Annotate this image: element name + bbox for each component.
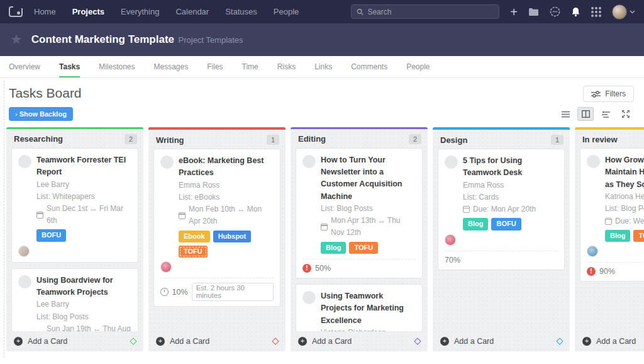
nav-item-projects[interactable]: Projects: [72, 7, 104, 16]
board-column-writing: Writing1eBook: Marketing Best PracticesE…: [148, 127, 286, 351]
add-card-button[interactable]: +Add a Card: [433, 331, 570, 351]
search-box[interactable]: [351, 4, 499, 19]
card-assignee: Katriona Heaslip: [605, 191, 644, 203]
filters-icon: [591, 91, 601, 98]
task-card[interactable]: 5 Tips for Using Teamwork DeskEmma RossL…: [438, 149, 565, 270]
card-assignee: Emma Ross: [179, 179, 274, 191]
tag-tofu[interactable]: TOFU: [179, 246, 208, 258]
board-column-in-review: In reviewHow Growing Agencies Maintain H…: [575, 127, 644, 351]
trigger-diamond-icon[interactable]: [130, 338, 136, 344]
task-card[interactable]: Using Teamwork Projects for Marketing Ex…: [296, 284, 423, 331]
board-view-button[interactable]: [577, 107, 594, 121]
tab-files[interactable]: Files: [207, 56, 223, 77]
star-icon[interactable]: ★: [10, 33, 23, 47]
column-header: Writing1: [148, 130, 286, 149]
quick-add-icon[interactable]: +: [510, 6, 518, 18]
tag-bofu[interactable]: BOFU: [36, 229, 66, 241]
card-date-text: Mon Apr 13th ↔ Thu Nov 12th: [331, 215, 416, 239]
column-cards: eBook: Marketing Best PracticesEmma Ross…: [148, 149, 286, 331]
card-status-circle[interactable]: [18, 155, 31, 168]
trigger-diamond-icon[interactable]: [272, 338, 279, 344]
task-card[interactable]: eBook: Marketing Best PracticesEmma Ross…: [153, 149, 280, 307]
card-title: 5 Tips for Using Teamwork Desk: [463, 155, 558, 179]
filters-button[interactable]: Filters: [583, 86, 634, 102]
column-cards: Teamwork Forrester TEI ReportLee BarryLi…: [6, 148, 143, 331]
tag-tofu[interactable]: TOFU: [633, 230, 644, 242]
card-status-circle[interactable]: [303, 291, 316, 304]
nav-item-people[interactable]: People: [274, 7, 299, 16]
tag-tofu[interactable]: TOFU: [349, 242, 378, 254]
plus-circle-icon: +: [14, 337, 23, 346]
add-card-button[interactable]: +Add a Card: [6, 331, 143, 351]
card-list: List: Whitepapers: [36, 191, 131, 203]
nav-item-home[interactable]: Home: [34, 7, 56, 16]
notifications-bell-icon[interactable]: [571, 7, 580, 17]
card-date-text: Sun Dec 1st ↔ Fri Mar 6th: [47, 203, 131, 227]
card-status-circle[interactable]: [160, 156, 174, 169]
add-card-label: Add a Card: [596, 337, 636, 346]
trigger-diamond-icon[interactable]: [414, 338, 421, 344]
task-card[interactable]: Teamwork Forrester TEI ReportLee BarryLi…: [11, 148, 138, 263]
card-top-row: 5 Tips for Using Teamwork Desk: [445, 155, 558, 179]
nav-item-everything[interactable]: Everything: [121, 7, 159, 16]
card-status-circle[interactable]: [587, 155, 600, 168]
tab-risks[interactable]: Risks: [277, 56, 296, 77]
tasks-board: Researching2Teamwork Forrester TEI Repor…: [0, 125, 644, 355]
nav-item-calendar[interactable]: Calendar: [175, 7, 209, 16]
card-footer: 10%Est. 2 hours 30 minutes: [160, 278, 274, 301]
search-input[interactable]: [367, 8, 494, 16]
card-list: List: eBooks: [179, 191, 274, 203]
card-footer: 70%: [445, 251, 558, 264]
column-count-badge: 1: [267, 135, 279, 145]
card-status-circle[interactable]: [445, 156, 458, 169]
list-view-button[interactable]: [557, 107, 574, 121]
late-alert-icon: !: [587, 267, 596, 276]
card-tags: BlogTOFU: [321, 242, 416, 254]
card-dates: Mon Apr 13th ↔ Thu Nov 12th: [321, 215, 416, 239]
add-card-button[interactable]: +Add a Card: [291, 331, 428, 351]
card-date-text: Due: Mon Apr 20th: [473, 203, 536, 215]
tab-messages[interactable]: Messages: [154, 56, 189, 77]
card-list: List: Cards: [463, 191, 558, 203]
tab-overview[interactable]: Overview: [9, 56, 40, 77]
chat-icon[interactable]: [550, 6, 560, 17]
trigger-diamond-icon[interactable]: [556, 338, 563, 344]
project-subtitle[interactable]: Project Templates: [179, 35, 243, 45]
sort-view-button[interactable]: [597, 107, 614, 121]
apps-grid-icon[interactable]: [591, 7, 601, 17]
tag-blog[interactable]: Blog: [463, 218, 488, 230]
task-card[interactable]: Using Boardview for Teamwork ProjectsLee…: [11, 268, 138, 331]
tag-bofu[interactable]: BOFU: [491, 218, 521, 230]
board-column-editing: Editing2How to Turn Your Newsletter into…: [291, 127, 428, 351]
tab-time[interactable]: Time: [242, 56, 258, 77]
nav-item-statuses[interactable]: Statuses: [225, 7, 257, 16]
tag-hubspot[interactable]: Hubspot: [213, 230, 252, 242]
column-count-badge: 1: [551, 135, 564, 145]
tab-people[interactable]: People: [406, 56, 430, 77]
tag-blog[interactable]: Blog: [321, 242, 346, 254]
task-card[interactable]: How to Turn Your Newsletter into a Custo…: [296, 148, 423, 278]
teamwork-logo-icon[interactable]: [9, 6, 23, 17]
task-card[interactable]: How Growing Agencies Maintain Healthy Ma…: [580, 148, 644, 282]
tab-milestones[interactable]: Milestones: [99, 56, 135, 77]
add-card-button[interactable]: +Add a Card: [148, 331, 286, 351]
card-status-circle[interactable]: [303, 155, 316, 168]
expand-view-button[interactable]: [618, 107, 634, 121]
tab-tasks[interactable]: Tasks: [59, 56, 80, 77]
card-dates: Due: Mon Apr 20th: [463, 203, 558, 215]
column-header: In review: [575, 130, 644, 148]
project-title: Content Marketing Template: [31, 33, 174, 45]
show-backlog-button[interactable]: ›Show Backlog: [9, 107, 73, 121]
chevron-down-icon: [630, 10, 635, 14]
column-header: Researching2: [6, 129, 143, 148]
tab-links[interactable]: Links: [314, 56, 332, 77]
add-card-button[interactable]: +Add a Card: [575, 331, 644, 351]
projects-folder-icon[interactable]: [528, 8, 539, 16]
view-toggles: [557, 107, 634, 121]
tag-blog[interactable]: Blog: [605, 230, 630, 242]
tag-ebook[interactable]: Ebook: [179, 230, 210, 242]
card-status-circle[interactable]: [18, 275, 31, 288]
tab-comments[interactable]: Comments: [351, 56, 387, 77]
user-menu[interactable]: [612, 4, 635, 20]
add-card-label: Add a Card: [454, 337, 494, 346]
